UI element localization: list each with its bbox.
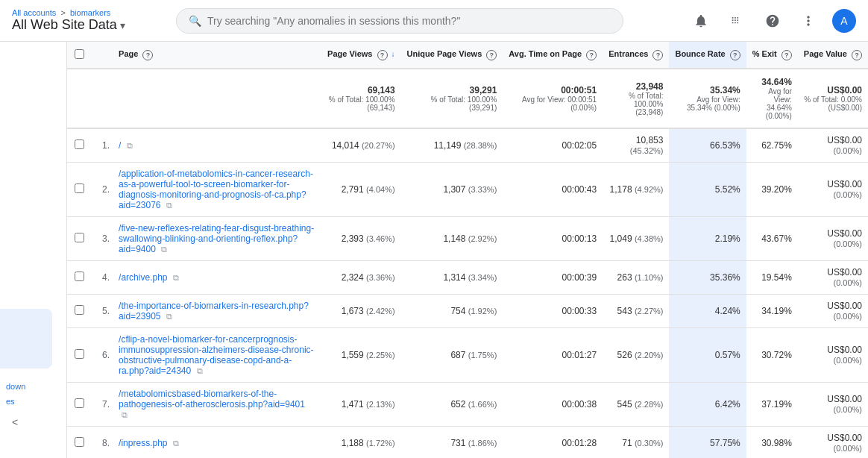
row-checkbox[interactable] [67, 383, 92, 427]
row-num: 4. [92, 261, 113, 295]
row-unique-pageviews: 652 (1.66%) [401, 383, 503, 427]
page-link[interactable]: /application-of-metabolomics-in-cancer-r… [119, 169, 313, 210]
row-avg-time: 00:01:27 [503, 328, 603, 383]
th-bounce-rate-help[interactable]: ? [730, 50, 740, 60]
summary-entrances: 23,948 % of Total: 100.00% (23,948) [603, 69, 669, 128]
th-pageviews-help[interactable]: ? [377, 50, 388, 60]
summary-avg-time-val: 00:00:51 [509, 85, 597, 95]
page-link[interactable]: /archive.php [119, 272, 167, 283]
row-select-checkbox[interactable] [75, 233, 84, 242]
search-icon: 🔍 [189, 15, 201, 27]
apps-icon[interactable] [725, 9, 749, 33]
site-title-dropdown[interactable]: ▾ [120, 19, 125, 31]
copy-icon[interactable]: ⧉ [127, 141, 133, 150]
search-input[interactable] [207, 15, 611, 27]
th-page-value-help[interactable]: ? [852, 50, 862, 60]
th-unique-pageviews-help[interactable]: ? [486, 50, 497, 60]
row-select-checkbox[interactable] [75, 305, 84, 315]
copy-icon[interactable]: ⧉ [173, 273, 179, 282]
more-icon[interactable] [796, 9, 820, 33]
page-link[interactable]: /the-importance-of-biomarkers-in-researc… [119, 301, 309, 321]
page-link[interactable]: /five-new-reflexes-relating-fear-disgust… [119, 223, 314, 254]
copy-icon[interactable]: ⧉ [173, 439, 179, 448]
th-page-label: Page [119, 49, 138, 58]
sidebar-chevron-left[interactable]: < [12, 416, 18, 428]
row-select-checkbox[interactable] [75, 349, 84, 359]
row-page-value: US$0.00 (0.00%) [798, 128, 868, 163]
summary-entrances-sub: % of Total: 100.00% (23,948) [608, 92, 663, 116]
avatar[interactable]: A [832, 9, 856, 33]
row-unique-pageviews: 1,307 (3.33%) [401, 163, 503, 217]
page-link[interactable]: /inpress.php [119, 438, 167, 448]
row-select-checkbox[interactable] [75, 183, 84, 193]
th-unique-pageviews: Unique Page Views ? [401, 42, 503, 69]
summary-page-value-sub: % of Total: 0.00% (US$0.00) [804, 95, 862, 112]
th-page-help[interactable]: ? [142, 50, 153, 60]
breadcrumb-area: All accounts > biomarkers All Web Site D… [12, 8, 161, 33]
summary-unique-pageviews-val: 39,291 [407, 85, 497, 95]
header: All accounts > biomarkers All Web Site D… [0, 0, 868, 42]
th-exit-help[interactable]: ? [781, 50, 792, 60]
site-title-text: All Web Site Data [12, 17, 117, 33]
copy-icon[interactable]: ⧉ [122, 410, 128, 419]
row-checkbox[interactable] [67, 261, 92, 295]
summary-unique-pageviews: 39,291 % of Total: 100.00% (39,291) [401, 69, 503, 128]
breadcrumb-biomarkers[interactable]: biomarkers [70, 8, 110, 17]
table-row: 4. /archive.php ⧉ 2,324 (3.36%) 1,314 (3… [67, 261, 868, 295]
row-pageviews: 14,014 (20.27%) [321, 128, 400, 163]
row-num: 8. [92, 427, 113, 459]
row-checkbox[interactable] [67, 217, 92, 261]
row-avg-time: 00:01:28 [503, 427, 603, 459]
row-select-checkbox[interactable] [75, 437, 84, 447]
row-bounce-rate: 0.57% [669, 328, 746, 383]
breadcrumb-all-accounts[interactable]: All accounts [12, 8, 56, 17]
search-bar[interactable]: 🔍 [176, 8, 623, 34]
summary-page-value: US$0.00 % of Total: 0.00% (US$0.00) [798, 69, 868, 128]
th-page: Page ? [113, 42, 321, 69]
th-num [92, 42, 113, 69]
th-entrances-label: Entrances [608, 49, 648, 58]
row-num: 7. [92, 383, 113, 427]
row-page-value: US$0.00 (0.00%) [798, 328, 868, 383]
row-page: /metabolomicsbased-biomarkers-of-the-pat… [113, 383, 321, 427]
notifications-icon[interactable] [689, 9, 713, 33]
summary-checkbox [67, 69, 92, 128]
row-unique-pageviews: 731 (1.86%) [401, 427, 503, 459]
page-link[interactable]: /metabolomicsbased-biomarkers-of-the-pat… [119, 389, 305, 410]
row-checkbox[interactable] [67, 328, 92, 383]
table-row: 1. / ⧉ 14,014 (20.27%) 11,149 (28.38%) 0… [67, 128, 868, 163]
row-entrances: 526 (2.20%) [603, 328, 669, 383]
row-checkbox[interactable] [67, 163, 92, 217]
row-unique-pageviews: 687 (1.75%) [401, 328, 503, 383]
th-pageviews-label: Page Views [327, 49, 372, 58]
page-link[interactable]: /cflip-a-novel-biomarker-for-cancerprogn… [119, 334, 313, 376]
th-page-value: Page Value ? [798, 42, 868, 69]
select-all-checkbox[interactable] [75, 49, 84, 59]
copy-icon[interactable]: ⧉ [166, 312, 172, 321]
row-checkbox[interactable] [67, 295, 92, 328]
copy-icon[interactable]: ⧉ [166, 201, 172, 210]
copy-icon[interactable]: ⧉ [197, 366, 203, 375]
row-checkbox[interactable] [67, 128, 92, 163]
th-avg-time-help[interactable]: ? [586, 50, 597, 60]
row-bounce-rate: 6.42% [669, 383, 746, 427]
th-bounce-rate: Bounce Rate ? [669, 42, 746, 69]
row-checkbox[interactable] [67, 427, 92, 459]
sidebar: down es < [0, 42, 67, 458]
page-link[interactable]: / [119, 140, 121, 151]
row-entrances: 545 (2.28%) [603, 383, 669, 427]
copy-icon[interactable]: ⧉ [161, 245, 167, 254]
th-entrances-help[interactable]: ? [652, 50, 663, 60]
row-avg-time: 00:00:39 [503, 261, 603, 295]
row-select-checkbox[interactable] [75, 139, 84, 149]
help-icon[interactable] [761, 9, 784, 33]
row-num: 1. [92, 128, 113, 163]
row-page: /inpress.php ⧉ [113, 427, 321, 459]
table-container: Page ? Page Views ? ↓ Unique Page Views … [67, 42, 868, 458]
sort-desc-icon[interactable]: ↓ [391, 50, 395, 58]
row-select-checkbox[interactable] [75, 272, 84, 281]
summary-exit-sub: Avg for View: 34.64% (0.00%) [752, 87, 792, 120]
row-select-checkbox[interactable] [75, 398, 84, 408]
row-page: /cflip-a-novel-biomarker-for-cancerprogn… [113, 328, 321, 383]
th-avg-time-label: Avg. Time on Page [509, 49, 582, 58]
